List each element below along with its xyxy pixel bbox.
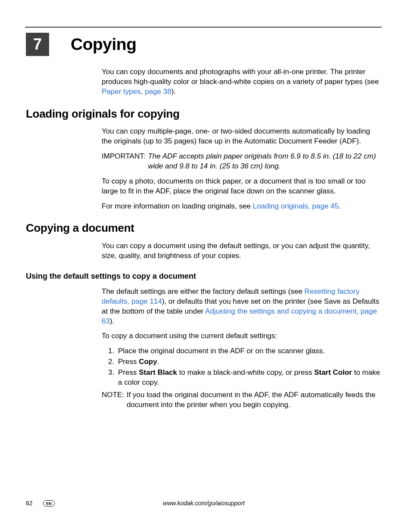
page-footer: 62 EN www.kodak.com/go/aiosupport — [26, 499, 382, 507]
document-page: 7 Copying You can copy documents and pho… — [0, 0, 411, 532]
defaults-p2: To copy a document using the current def… — [102, 331, 381, 341]
text: Press — [118, 368, 139, 376]
important-note: IMPORTANT: The ADF accepts plain paper o… — [102, 152, 381, 171]
text: Press — [118, 358, 139, 366]
top-rule — [25, 27, 382, 28]
text: . — [339, 202, 341, 210]
link-paper-types[interactable]: Paper types, page 38 — [102, 87, 171, 96]
step-3: Press Start Black to make a black-and-wh… — [116, 368, 381, 388]
note-text: If you load the original document in the… — [127, 390, 381, 410]
heading-default-settings: Using the default settings to copy a doc… — [26, 271, 382, 281]
text: . — [157, 358, 159, 366]
footer-url: www.kodak.com/go/aiosupport — [26, 499, 382, 507]
text: You can copy documents and photographs w… — [102, 68, 379, 86]
text: For more information on loading original… — [102, 202, 253, 210]
intro-paragraph: You can copy documents and photographs w… — [102, 67, 381, 97]
chapter-number-badge: 7 — [26, 33, 49, 56]
loading-p3: For more information on loading original… — [102, 202, 381, 212]
important-text: The ADF accepts plain paper originals fr… — [148, 152, 381, 171]
text: to make a black-and-white copy, or press — [177, 368, 314, 376]
button-name-start-black: Start Black — [139, 368, 177, 376]
button-name-copy: Copy — [139, 358, 157, 366]
step-1: Place the original document in the ADF o… — [116, 346, 381, 356]
loading-block: You can copy multiple-page, one- or two-… — [102, 127, 381, 212]
copying-block: You can copy a document using the defaul… — [102, 241, 381, 261]
text: ). — [110, 317, 114, 325]
text: ). — [171, 87, 176, 96]
note-label: NOTE: — [102, 390, 124, 410]
text: The default settings are either the fact… — [102, 287, 305, 296]
important-label: IMPORTANT: — [102, 152, 145, 171]
chapter-header: 7 Copying — [26, 33, 382, 56]
button-name-start-color: Start Color — [314, 368, 352, 376]
loading-p2: To copy a photo, documents on thick pape… — [102, 177, 381, 196]
defaults-p1: The default settings are either the fact… — [102, 287, 381, 327]
link-loading-originals[interactable]: Loading originals, page 45 — [253, 202, 339, 210]
note: NOTE: If you load the original document … — [102, 390, 381, 410]
defaults-block: The default settings are either the fact… — [102, 287, 381, 410]
intro-block: You can copy documents and photographs w… — [102, 67, 381, 97]
steps-list: Place the original document in the ADF o… — [102, 346, 381, 388]
chapter-title: Copying — [71, 33, 136, 56]
heading-copying-document: Copying a document — [26, 221, 382, 236]
copying-p1: You can copy a document using the defaul… — [102, 241, 381, 261]
step-2: Press Copy. — [116, 357, 381, 367]
heading-loading-originals: Loading originals for copying — [26, 106, 382, 121]
loading-p1: You can copy multiple-page, one- or two-… — [102, 127, 381, 146]
